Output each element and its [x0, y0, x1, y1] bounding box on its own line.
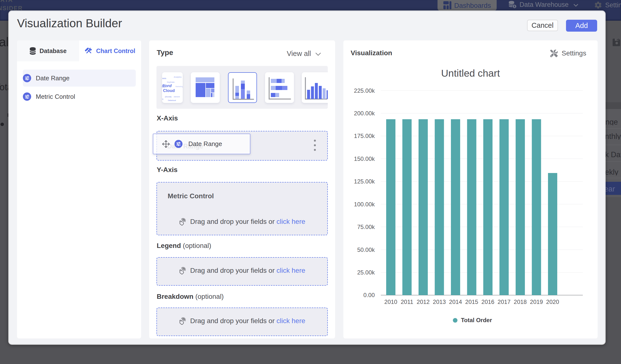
svg-text:0.00: 0.00	[363, 292, 375, 298]
svg-text:2018: 2018	[514, 298, 527, 305]
svg-text:2016: 2016	[481, 298, 494, 305]
svg-text:50.00k: 50.00k	[357, 246, 375, 253]
svg-text:100.00k: 100.00k	[354, 201, 375, 208]
svg-text:2012: 2012	[417, 298, 430, 305]
svg-text:2019: 2019	[530, 298, 543, 305]
svg-text:2010: 2010	[384, 298, 397, 305]
svg-text:2020: 2020	[546, 298, 559, 305]
svg-text:2017: 2017	[498, 298, 511, 305]
svg-text:175.00k: 175.00k	[354, 133, 375, 139]
svg-text:125.00k: 125.00k	[354, 178, 375, 185]
svg-text:25.00k: 25.00k	[357, 269, 375, 276]
svg-text:2015: 2015	[465, 298, 478, 305]
svg-text:75.00k: 75.00k	[357, 224, 375, 230]
svg-text:150.00k: 150.00k	[354, 156, 375, 162]
svg-text:200.00k: 200.00k	[354, 110, 375, 117]
svg-text:2011: 2011	[401, 298, 414, 305]
svg-text:2013: 2013	[433, 298, 446, 305]
svg-text:225.00k: 225.00k	[354, 87, 375, 94]
svg-text:2014: 2014	[449, 298, 462, 305]
